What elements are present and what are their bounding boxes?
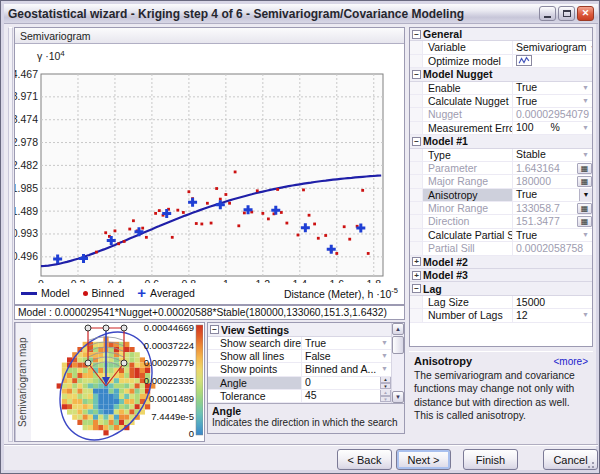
dropdown-arrow-icon[interactable]: ▼ bbox=[378, 350, 391, 362]
prop-row-enable[interactable]: EnableTrue▼ bbox=[410, 82, 592, 95]
semivariogram-map[interactable]: 0.000446690.000372240.000297790.00022335… bbox=[31, 323, 203, 441]
prop-row-minor-range[interactable]: Minor Range133058.7▦ bbox=[410, 202, 592, 215]
prop-value[interactable]: 1.643164▦ bbox=[513, 162, 592, 174]
calculator-icon[interactable]: ▦ bbox=[577, 176, 592, 187]
spin-down-icon[interactable]: ▼ bbox=[380, 396, 391, 402]
vs-row-value[interactable]: False▼ bbox=[302, 350, 391, 362]
prop-value[interactable]: True▼ bbox=[513, 189, 592, 201]
resize-grip[interactable] bbox=[584, 458, 596, 470]
prop-value[interactable]: True▼ bbox=[513, 82, 592, 94]
prop-row-nugget[interactable]: Nugget0.00002954079 bbox=[410, 108, 592, 121]
titlebar[interactable]: Geostatistical wizard - Kriging step 4 o… bbox=[4, 4, 598, 24]
expand-icon[interactable]: + bbox=[412, 271, 421, 280]
maximize-button[interactable] bbox=[558, 6, 575, 21]
prop-row-major-range[interactable]: Major Range180000▦ bbox=[410, 175, 592, 188]
prop-value[interactable]: 133058.7▦ bbox=[513, 202, 592, 214]
prop-group-lag[interactable]: −Lag bbox=[410, 282, 592, 295]
prop-group-model-nugget[interactable]: −Model Nugget bbox=[410, 68, 592, 81]
prop-row-measurement-error[interactable]: Measurement Error100%▼ bbox=[410, 122, 592, 135]
vs-row-show-search-direction[interactable]: Show search directionTrue▼ bbox=[208, 337, 391, 350]
vs-row-value[interactable]: 45▲▼ bbox=[302, 390, 391, 402]
sector-handle[interactable] bbox=[85, 360, 91, 366]
scroll-thumb[interactable] bbox=[392, 336, 404, 354]
vs-row-tolerance[interactable]: Tolerance45▲▼ bbox=[208, 390, 391, 403]
semivariogram-chart[interactable]: 00.20.40.60.811.21.41.61.84.4673.9713.47… bbox=[15, 44, 404, 283]
close-button[interactable]: ✕ bbox=[577, 6, 594, 21]
optimize-model-button[interactable] bbox=[516, 55, 532, 66]
collapse-icon[interactable]: − bbox=[412, 137, 421, 146]
prop-group-model-1[interactable]: −Model #1 bbox=[410, 135, 592, 148]
view-settings-header[interactable]: −View Settings bbox=[208, 323, 391, 337]
scroll-up-icon[interactable]: ▲ bbox=[392, 323, 404, 335]
prop-value[interactable] bbox=[513, 55, 592, 67]
sector-handle[interactable] bbox=[103, 325, 109, 331]
prop-row-type[interactable]: TypeStable▼ bbox=[410, 149, 592, 162]
prop-value[interactable]: True▼ bbox=[513, 229, 592, 241]
vs-row-value[interactable]: 0▲▼ bbox=[302, 377, 391, 389]
more-link[interactable]: <more> bbox=[554, 356, 588, 367]
prop-group-model-3[interactable]: +Model #3 bbox=[410, 269, 592, 282]
dropdown-arrow-icon[interactable]: ▼ bbox=[378, 337, 391, 349]
prop-group-general[interactable]: −General bbox=[410, 28, 592, 41]
prop-row-parameter[interactable]: Parameter1.643164▦ bbox=[410, 162, 592, 175]
prop-value[interactable]: 0.0002058758 bbox=[513, 242, 592, 254]
calculator-icon[interactable]: ▦ bbox=[577, 163, 592, 174]
prop-value[interactable]: Semivariogram▼ bbox=[513, 41, 592, 53]
row-indicator bbox=[410, 122, 423, 134]
spinner[interactable]: ▲▼ bbox=[380, 390, 391, 402]
prop-row-variable[interactable]: VariableSemivariogram▼ bbox=[410, 41, 592, 54]
prop-value[interactable]: True▼ bbox=[513, 95, 592, 107]
dropdown-arrow-icon[interactable]: ▼ bbox=[579, 122, 592, 134]
prop-group-model-2[interactable]: +Model #2 bbox=[410, 256, 592, 269]
prop-row-lag-size[interactable]: Lag Size15000 bbox=[410, 296, 592, 309]
calculator-icon[interactable]: ▦ bbox=[577, 216, 592, 227]
minimize-button[interactable] bbox=[539, 6, 556, 21]
collapse-icon[interactable]: − bbox=[210, 325, 219, 334]
finish-button[interactable]: Finish bbox=[463, 449, 518, 470]
sector-handle[interactable] bbox=[121, 360, 127, 366]
dropdown-arrow-icon[interactable]: ▼ bbox=[579, 309, 592, 321]
prop-row-calculate-nugget[interactable]: Calculate NuggetTrue▼ bbox=[410, 95, 592, 108]
prop-value[interactable]: 15000 bbox=[513, 296, 592, 308]
vs-row-show-points[interactable]: Show pointsBinned and A...▼ bbox=[208, 363, 391, 376]
spinner[interactable]: ▲▼ bbox=[380, 377, 391, 389]
next-button[interactable]: Next > bbox=[396, 449, 451, 470]
prop-value[interactable]: 180000▦ bbox=[513, 175, 592, 187]
prop-value[interactable]: Stable▼ bbox=[513, 149, 592, 161]
dropdown-arrow-icon[interactable]: ▼ bbox=[579, 95, 592, 107]
prop-row-anisotropy[interactable]: AnisotropyTrue▼ bbox=[410, 189, 592, 202]
prop-value[interactable]: 0.00002954079 bbox=[513, 108, 592, 120]
sector-handle[interactable] bbox=[121, 325, 127, 331]
sector-handle[interactable] bbox=[85, 325, 91, 331]
dropdown-arrow-icon[interactable]: ▼ bbox=[579, 82, 592, 94]
prop-row-calculate-partial-sill[interactable]: Calculate Partial SillTrue▼ bbox=[410, 229, 592, 242]
prop-row-direction[interactable]: Direction151.3477▦ bbox=[410, 215, 592, 228]
prop-row-partial-sill[interactable]: Partial Sill0.0002058758 bbox=[410, 242, 592, 255]
vs-row-angle[interactable]: Angle0▲▼ bbox=[208, 377, 391, 390]
back-button[interactable]: < Back bbox=[337, 449, 392, 470]
vs-row-value[interactable]: Binned and A...▼ bbox=[302, 363, 391, 375]
vs-row-show-all-lines[interactable]: Show all linesFalse▼ bbox=[208, 350, 391, 363]
collapse-icon[interactable]: − bbox=[412, 70, 421, 79]
collapse-icon[interactable]: − bbox=[412, 30, 421, 39]
expand-icon[interactable]: + bbox=[412, 257, 421, 266]
dropdown-arrow-icon[interactable]: ▼ bbox=[378, 363, 391, 375]
panel-splitter[interactable] bbox=[8, 27, 13, 442]
calculator-icon[interactable]: ▦ bbox=[577, 203, 592, 214]
vs-row-value[interactable]: True▼ bbox=[302, 337, 391, 349]
dropdown-arrow-icon[interactable]: ▼ bbox=[579, 229, 592, 241]
prop-row-number-of-lags[interactable]: Number of Lags12▼ bbox=[410, 309, 592, 322]
prop-value[interactable]: 100%▼ bbox=[513, 122, 592, 134]
view-settings-scrollbar[interactable]: ▲ ▼ bbox=[391, 323, 404, 403]
dropdown-arrow-icon[interactable]: ▼ bbox=[587, 42, 592, 54]
spin-down-icon[interactable]: ▼ bbox=[380, 383, 391, 389]
dropdown-arrow-icon[interactable]: ▼ bbox=[579, 149, 592, 161]
prop-row-optimize-model[interactable]: Optimize model bbox=[410, 55, 592, 68]
dropdown-arrow-icon[interactable]: ▼ bbox=[579, 189, 592, 201]
prop-value[interactable]: 151.3477▦ bbox=[513, 215, 592, 227]
scroll-down-icon[interactable]: ▼ bbox=[392, 391, 404, 403]
prop-group-label: Model #1 bbox=[423, 135, 468, 147]
collapse-icon[interactable]: − bbox=[412, 284, 421, 293]
prop-value[interactable]: 12▼ bbox=[513, 309, 592, 321]
x-tick-label: 0.8 bbox=[182, 278, 197, 283]
